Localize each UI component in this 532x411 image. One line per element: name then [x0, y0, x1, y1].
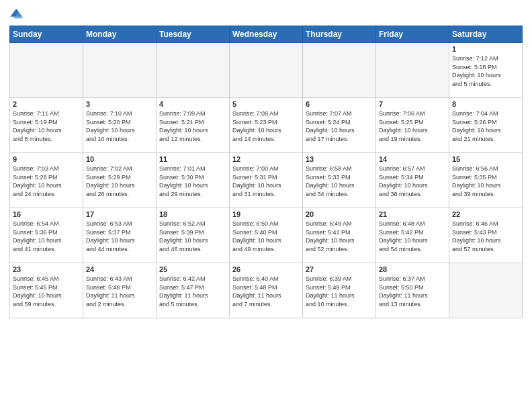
calendar-day — [376, 43, 449, 98]
calendar-day: 25Sunrise: 6:42 AM Sunset: 5:47 PM Dayli… — [157, 263, 230, 318]
calendar-day: 12Sunrise: 7:00 AM Sunset: 5:31 PM Dayli… — [230, 153, 303, 208]
calendar-week-4: 16Sunrise: 6:54 AM Sunset: 5:36 PM Dayli… — [10, 208, 523, 263]
weekday-header-friday: Friday — [376, 26, 449, 43]
calendar-day: 4Sunrise: 7:09 AM Sunset: 5:21 PM Daylig… — [157, 98, 230, 153]
day-info: Sunrise: 6:37 AM Sunset: 5:50 PM Dayligh… — [379, 275, 446, 308]
day-info: Sunrise: 7:08 AM Sunset: 5:23 PM Dayligh… — [232, 109, 300, 143]
day-info: Sunrise: 6:54 AM Sunset: 5:36 PM Dayligh… — [13, 220, 80, 253]
day-info: Sunrise: 6:46 AM Sunset: 5:43 PM Dayligh… — [452, 220, 519, 253]
calendar-day: 15Sunrise: 6:56 AM Sunset: 5:35 PM Dayli… — [449, 153, 523, 208]
calendar-day: 3Sunrise: 7:10 AM Sunset: 5:20 PM Daylig… — [83, 98, 157, 153]
weekday-header-wednesday: Wednesday — [230, 26, 303, 43]
day-info: Sunrise: 6:42 AM Sunset: 5:47 PM Dayligh… — [159, 275, 226, 308]
day-info: Sunrise: 7:01 AM Sunset: 5:30 PM Dayligh… — [159, 165, 226, 198]
logo-icon — [9, 7, 24, 21]
calendar-day: 5Sunrise: 7:08 AM Sunset: 5:23 PM Daylig… — [230, 98, 303, 153]
day-number: 28 — [379, 265, 446, 273]
day-number: 5 — [232, 100, 300, 108]
calendar-day: 23Sunrise: 6:45 AM Sunset: 5:45 PM Dayli… — [10, 263, 83, 318]
day-info: Sunrise: 6:57 AM Sunset: 5:34 PM Dayligh… — [379, 165, 446, 198]
day-number: 3 — [86, 100, 153, 108]
day-number: 8 — [452, 100, 519, 108]
calendar-table: SundayMondayTuesdayWednesdayThursdayFrid… — [9, 26, 523, 318]
calendar-day: 10Sunrise: 7:02 AM Sunset: 5:29 PM Dayli… — [83, 153, 157, 208]
day-number: 22 — [452, 210, 519, 218]
calendar-day — [157, 43, 230, 98]
calendar-week-3: 9Sunrise: 7:03 AM Sunset: 5:28 PM Daylig… — [10, 153, 523, 208]
day-info: Sunrise: 6:56 AM Sunset: 5:35 PM Dayligh… — [452, 165, 519, 198]
calendar-day: 9Sunrise: 7:03 AM Sunset: 5:28 PM Daylig… — [10, 153, 83, 208]
day-info: Sunrise: 6:49 AM Sunset: 5:41 PM Dayligh… — [306, 220, 373, 253]
calendar-header-row: SundayMondayTuesdayWednesdayThursdayFrid… — [10, 26, 523, 43]
day-number: 23 — [13, 265, 80, 273]
day-number: 17 — [86, 210, 153, 218]
day-number: 9 — [13, 155, 80, 163]
calendar-day: 8Sunrise: 7:04 AM Sunset: 5:26 PM Daylig… — [449, 98, 523, 153]
calendar-day: 2Sunrise: 7:11 AM Sunset: 5:19 PM Daylig… — [10, 98, 83, 153]
day-info: Sunrise: 6:43 AM Sunset: 5:46 PM Dayligh… — [86, 275, 153, 308]
day-info: Sunrise: 6:52 AM Sunset: 5:39 PM Dayligh… — [159, 220, 226, 253]
calendar-day: 18Sunrise: 6:52 AM Sunset: 5:39 PM Dayli… — [157, 208, 230, 263]
day-number: 27 — [306, 265, 373, 273]
calendar-day: 20Sunrise: 6:49 AM Sunset: 5:41 PM Dayli… — [303, 208, 376, 263]
day-info: Sunrise: 7:03 AM Sunset: 5:28 PM Dayligh… — [13, 165, 80, 198]
calendar-day: 16Sunrise: 6:54 AM Sunset: 5:36 PM Dayli… — [10, 208, 83, 263]
day-number: 26 — [232, 265, 300, 273]
calendar-day: 27Sunrise: 6:39 AM Sunset: 5:49 PM Dayli… — [303, 263, 376, 318]
day-number: 1 — [452, 45, 519, 53]
calendar-day: 28Sunrise: 6:37 AM Sunset: 5:50 PM Dayli… — [376, 263, 449, 318]
calendar-day — [230, 43, 303, 98]
weekday-header-tuesday: Tuesday — [157, 26, 230, 43]
calendar-day: 6Sunrise: 7:07 AM Sunset: 5:24 PM Daylig… — [303, 98, 376, 153]
calendar-day: 19Sunrise: 6:50 AM Sunset: 5:40 PM Dayli… — [230, 208, 303, 263]
day-number: 14 — [379, 155, 446, 163]
day-info: Sunrise: 7:10 AM Sunset: 5:20 PM Dayligh… — [86, 109, 153, 143]
day-number: 12 — [232, 155, 300, 163]
day-info: Sunrise: 7:11 AM Sunset: 5:19 PM Dayligh… — [13, 109, 80, 143]
weekday-header-sunday: Sunday — [10, 26, 83, 43]
calendar-day — [10, 43, 83, 98]
day-number: 2 — [13, 100, 80, 108]
page-header — [9, 7, 523, 21]
day-info: Sunrise: 6:53 AM Sunset: 5:37 PM Dayligh… — [86, 220, 153, 253]
calendar-day — [83, 43, 157, 98]
day-info: Sunrise: 7:07 AM Sunset: 5:24 PM Dayligh… — [306, 109, 373, 143]
day-info: Sunrise: 7:02 AM Sunset: 5:29 PM Dayligh… — [86, 165, 153, 198]
page-container: SundayMondayTuesdayWednesdayThursdayFrid… — [0, 0, 532, 411]
calendar-week-2: 2Sunrise: 7:11 AM Sunset: 5:19 PM Daylig… — [10, 98, 523, 153]
day-info: Sunrise: 7:00 AM Sunset: 5:31 PM Dayligh… — [232, 165, 300, 198]
day-number: 11 — [159, 155, 226, 163]
calendar-day: 21Sunrise: 6:48 AM Sunset: 5:42 PM Dayli… — [376, 208, 449, 263]
calendar-day: 17Sunrise: 6:53 AM Sunset: 5:37 PM Dayli… — [83, 208, 157, 263]
day-number: 19 — [232, 210, 300, 218]
day-info: Sunrise: 7:12 AM Sunset: 5:18 PM Dayligh… — [452, 54, 519, 88]
day-number: 15 — [452, 155, 519, 163]
calendar-day: 24Sunrise: 6:43 AM Sunset: 5:46 PM Dayli… — [83, 263, 157, 318]
day-info: Sunrise: 7:06 AM Sunset: 5:25 PM Dayligh… — [379, 109, 446, 143]
day-number: 18 — [159, 210, 226, 218]
calendar-day: 11Sunrise: 7:01 AM Sunset: 5:30 PM Dayli… — [157, 153, 230, 208]
day-info: Sunrise: 6:50 AM Sunset: 5:40 PM Dayligh… — [232, 220, 300, 253]
weekday-header-monday: Monday — [83, 26, 157, 43]
day-number: 6 — [306, 100, 373, 108]
calendar-day: 1Sunrise: 7:12 AM Sunset: 5:18 PM Daylig… — [449, 43, 523, 98]
calendar-day: 14Sunrise: 6:57 AM Sunset: 5:34 PM Dayli… — [376, 153, 449, 208]
day-info: Sunrise: 6:58 AM Sunset: 5:33 PM Dayligh… — [306, 165, 373, 198]
day-info: Sunrise: 6:45 AM Sunset: 5:45 PM Dayligh… — [13, 275, 80, 308]
calendar-day: 26Sunrise: 6:40 AM Sunset: 5:48 PM Dayli… — [230, 263, 303, 318]
day-info: Sunrise: 6:48 AM Sunset: 5:42 PM Dayligh… — [379, 220, 446, 253]
day-info: Sunrise: 6:39 AM Sunset: 5:49 PM Dayligh… — [306, 275, 373, 308]
calendar-day — [303, 43, 376, 98]
day-info: Sunrise: 6:40 AM Sunset: 5:48 PM Dayligh… — [232, 275, 300, 308]
day-number: 4 — [159, 100, 226, 108]
weekday-header-thursday: Thursday — [303, 26, 376, 43]
day-info: Sunrise: 7:09 AM Sunset: 5:21 PM Dayligh… — [159, 109, 226, 143]
calendar-day: 7Sunrise: 7:06 AM Sunset: 5:25 PM Daylig… — [376, 98, 449, 153]
calendar-day — [449, 263, 523, 318]
day-number: 24 — [86, 265, 153, 273]
calendar-day: 13Sunrise: 6:58 AM Sunset: 5:33 PM Dayli… — [303, 153, 376, 208]
day-number: 10 — [86, 155, 153, 163]
day-number: 7 — [379, 100, 446, 108]
day-number: 21 — [379, 210, 446, 218]
day-number: 13 — [306, 155, 373, 163]
